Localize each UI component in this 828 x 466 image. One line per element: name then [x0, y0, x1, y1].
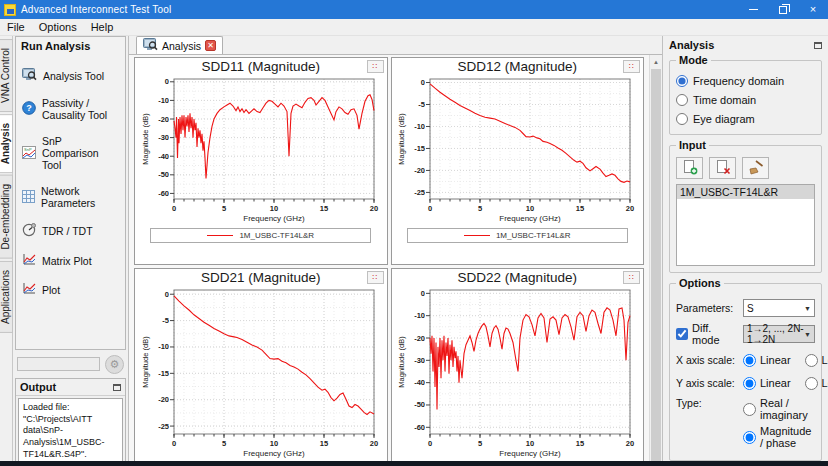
svg-text:-10: -10 — [158, 342, 169, 351]
svg-text:0: 0 — [165, 290, 169, 299]
monitor-search-icon — [22, 68, 37, 83]
tool-snp-comparison-tool[interactable]: SnPSnP Comparison Tool — [18, 128, 123, 178]
add-file-button[interactable] — [676, 157, 703, 179]
xscale-radio-log[interactable]: Log. — [805, 354, 828, 367]
radio-icon[interactable] — [805, 354, 818, 367]
menu-options[interactable]: Options — [32, 20, 84, 34]
expand-plot-button[interactable] — [367, 60, 384, 73]
tool-tdr-tdt[interactable]: TDR / TDT — [18, 216, 123, 246]
tool-passivity-causality-tool[interactable]: ?Passivity / Causality Tool — [18, 90, 123, 128]
svg-text:-20: -20 — [414, 334, 425, 343]
tool-label: Passivity / Causality Tool — [42, 97, 119, 121]
diff-mode-checkbox[interactable]: Diff. mode — [676, 322, 739, 346]
menu-help[interactable]: Help — [84, 20, 121, 34]
yscale-radio-log[interactable]: Log. — [805, 377, 828, 390]
dock-icon[interactable] — [814, 42, 822, 49]
mode-radio-eye-diagram[interactable]: Eye diagram — [676, 109, 815, 128]
scroll-up-icon[interactable]: ▲ — [650, 55, 662, 68]
svg-text:-50: -50 — [158, 170, 169, 179]
chart-canvas: 051015200-10-20-30-40-50-60Frequency (GH… — [140, 74, 382, 226]
vertical-scrollbar[interactable]: ▲ ▼ — [649, 55, 662, 466]
mode-radio-frequency-domain[interactable]: Frequency domain — [676, 71, 815, 90]
mode-radio-time-domain[interactable]: Time domain — [676, 90, 815, 109]
add-file-icon — [682, 159, 698, 177]
broom-button[interactable] — [742, 157, 769, 179]
tool-network-parameters[interactable]: Network Parameters — [18, 178, 123, 216]
tool-label: Network Parameters — [41, 185, 119, 209]
expand-plot-button[interactable] — [367, 271, 384, 284]
minimize-icon — [749, 9, 758, 10]
radio-icon[interactable] — [676, 113, 688, 125]
svg-text:-20: -20 — [158, 115, 169, 124]
svg-text:?: ? — [26, 103, 32, 113]
type-radio-real-imaginary[interactable]: Real / imaginary — [743, 397, 815, 421]
mode-option-label: Eye diagram — [693, 113, 755, 125]
svg-text:10: 10 — [270, 204, 278, 213]
remove-file-button[interactable] — [709, 157, 736, 179]
y-axis-label: Magnitude (dB) — [397, 336, 406, 388]
svg-text:-5: -5 — [162, 316, 169, 325]
radio-icon[interactable] — [743, 354, 756, 367]
diff-mode-label: Diff. mode — [692, 322, 739, 346]
restore-button[interactable] — [768, 0, 798, 19]
parameters-dropdown[interactable]: S ▼ — [743, 299, 815, 317]
svg-text:-50: -50 — [414, 400, 425, 409]
list-item[interactable]: 1M_USBC-TF14L&R — [677, 185, 814, 199]
x-axis-label: Frequency (GHz) — [500, 214, 562, 223]
analysis-panel-title: Analysis — [669, 39, 714, 51]
svg-text:-25: -25 — [158, 422, 169, 431]
x-axis-label: Frequency (GHz) — [243, 214, 305, 223]
svg-text:20: 20 — [370, 439, 378, 448]
svg-text:-60: -60 — [414, 423, 425, 432]
sidebar-tab-de-embedding[interactable]: De-embedding — [0, 175, 13, 259]
radio-icon[interactable] — [743, 431, 756, 444]
diff-mode-value: 1→2, ..., 2N-1→2N — [747, 323, 804, 345]
dock-icon[interactable] — [113, 384, 121, 391]
settings-button[interactable]: ⚙ — [105, 355, 124, 374]
svg-text:15: 15 — [320, 439, 328, 448]
y-axis-label: Magnitude (dB) — [141, 336, 150, 388]
legend-line-icon — [464, 235, 490, 236]
run-analysis-panel: Run Analysis Analysis Tool?Passivity / C… — [15, 36, 126, 350]
chevron-down-icon: ▼ — [804, 331, 811, 338]
radio-icon[interactable] — [743, 403, 756, 416]
tool-plot[interactable]: Plot — [18, 275, 123, 304]
y-axis-scale-label: Y axis scale: — [676, 377, 739, 389]
left-column: Run Analysis Analysis Tool?Passivity / C… — [13, 36, 129, 466]
input-file-list[interactable]: 1M_USBC-TF14L&R — [676, 184, 815, 266]
tool-matrix-plot[interactable]: Matrix Plot — [18, 246, 123, 275]
svg-text:-30: -30 — [414, 356, 425, 365]
radio-icon[interactable] — [676, 94, 688, 106]
scroll-thumb[interactable] — [651, 69, 661, 466]
chart-canvas: 051015200-10-20-30-40-50-60Frequency (GH… — [396, 285, 638, 461]
radio-icon[interactable] — [743, 377, 756, 390]
menu-file[interactable]: File — [0, 20, 32, 34]
sidebar-tab-applications[interactable]: Applications — [0, 261, 13, 333]
sidebar-tab-analysis[interactable]: Analysis — [0, 114, 13, 173]
expand-plot-button[interactable] — [623, 271, 640, 284]
close-button[interactable]: × — [798, 0, 828, 19]
tab-close-icon[interactable]: ✕ — [205, 40, 216, 51]
diff-mode-dropdown[interactable]: 1→2, ..., 2N-1→2N ▼ — [743, 325, 815, 343]
sidebar-tab-vna-control[interactable]: VNA Control — [0, 39, 13, 112]
radio-icon[interactable] — [805, 377, 818, 390]
tool-analysis-tool[interactable]: Analysis Tool — [18, 61, 123, 90]
xscale-option-label: Linear — [760, 354, 791, 366]
plot-title: SDD11 (Magnitude) — [202, 59, 320, 74]
plot-title: SDD22 (Magnitude) — [458, 270, 577, 285]
expand-plot-button[interactable] — [623, 60, 640, 73]
progress-bar — [17, 357, 100, 371]
xscale-radio-linear[interactable]: Linear — [743, 354, 791, 367]
chart-legend: 1M_USBC-TF14L&R — [407, 228, 628, 243]
type-radio-magnitude-phase[interactable]: Magnitude / phase — [743, 425, 815, 449]
plot-title: SDD12 (Magnitude) — [458, 59, 577, 74]
yscale-radio-linear[interactable]: Linear — [743, 377, 791, 390]
document-tab-bar: Analysis ✕ — [129, 36, 662, 55]
gear-icon: ⚙ — [110, 358, 120, 371]
tab-analysis[interactable]: Analysis ✕ — [136, 36, 223, 54]
radio-icon[interactable] — [676, 75, 688, 87]
input-groupbox: Input 1M_USBC-TF14L&R — [669, 145, 822, 273]
svg-text:20: 20 — [370, 204, 378, 213]
minimize-button[interactable] — [738, 0, 768, 19]
svg-text:0: 0 — [165, 77, 169, 86]
